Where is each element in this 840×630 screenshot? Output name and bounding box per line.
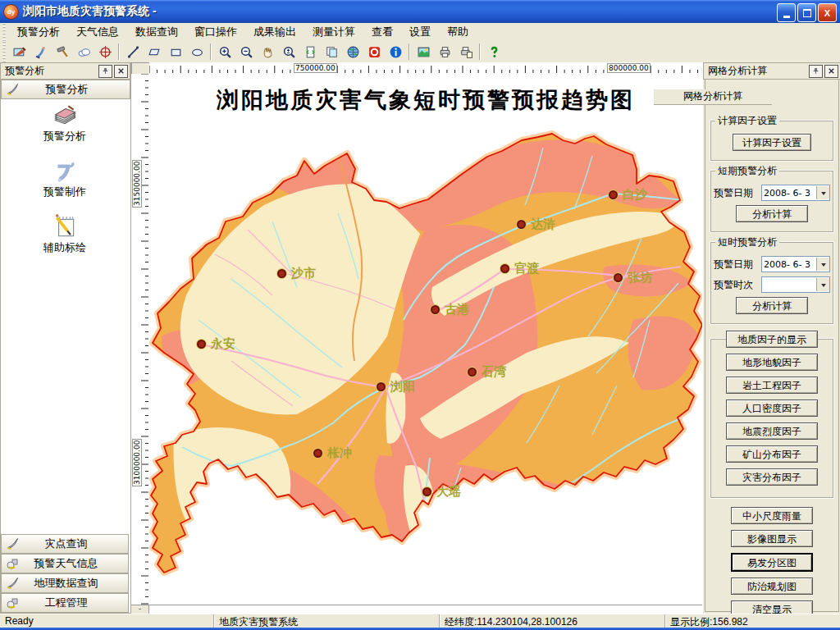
menu-item[interactable]: 查看 bbox=[363, 22, 401, 42]
menu-item[interactable]: 帮助 bbox=[439, 22, 477, 42]
city-name: 张坊 bbox=[628, 270, 652, 285]
display-button[interactable]: 中小尺度雨量 bbox=[731, 507, 813, 524]
city-name: 枨冲 bbox=[327, 445, 352, 461]
pan-icon[interactable] bbox=[257, 42, 278, 62]
city-marker-icon bbox=[377, 382, 386, 391]
short-time-analyze-button[interactable]: 分析计算 bbox=[736, 297, 808, 314]
warning-analysis-icon[interactable] bbox=[9, 42, 30, 62]
cloud-icon[interactable] bbox=[73, 42, 94, 62]
menu-item[interactable]: 设置 bbox=[401, 22, 439, 42]
menu-bar: 预警分析天气信息数据查询窗口操作成果输出测量计算查看设置帮助 bbox=[0, 23, 840, 42]
city-marker-icon bbox=[500, 264, 509, 273]
short-time-period-combobox[interactable] bbox=[761, 276, 830, 293]
city-name: 白沙 bbox=[623, 187, 647, 203]
zoom-extent-icon[interactable] bbox=[278, 42, 299, 62]
restore-button[interactable] bbox=[797, 3, 816, 22]
rectangle-tool-icon[interactable] bbox=[165, 42, 186, 62]
warning-make-icon[interactable] bbox=[30, 42, 52, 62]
ruler-y-label: 3150000.00 bbox=[132, 160, 142, 208]
pin-icon[interactable] bbox=[98, 65, 112, 78]
polygon-tool-icon[interactable] bbox=[144, 42, 165, 62]
line-tool-icon[interactable] bbox=[122, 42, 144, 62]
toolbar bbox=[0, 41, 840, 63]
left-panel-section-bar[interactable]: 灾点查询 bbox=[1, 534, 129, 554]
city-label-group: 大瑶 bbox=[422, 484, 461, 500]
left-panel-section-bar[interactable]: 地理数据查询 bbox=[1, 573, 129, 593]
globe-icon[interactable] bbox=[342, 42, 363, 62]
factor-button[interactable]: 岩土工程因子 bbox=[726, 377, 818, 394]
geology-factor-display-button[interactable]: 地质因子的显示 bbox=[726, 331, 818, 348]
city-name: 永安 bbox=[211, 336, 235, 352]
image-icon[interactable] bbox=[413, 42, 434, 62]
stop-icon[interactable] bbox=[363, 42, 385, 62]
toolbar-separator bbox=[118, 43, 120, 60]
map-canvas[interactable]: 浏阳地质灾害气象短时预警预报趋势图 白沙 达浒 官渡 bbox=[149, 74, 702, 605]
left-panel-item[interactable]: 辅助标绘 bbox=[1, 212, 129, 267]
menu-item[interactable]: 窗口操作 bbox=[186, 22, 245, 42]
left-panel-item[interactable]: 预警分析 bbox=[1, 101, 129, 155]
city-name: 石湾 bbox=[482, 364, 506, 380]
city-name: 古港 bbox=[445, 302, 469, 317]
close-icon[interactable] bbox=[114, 65, 128, 78]
menu-item[interactable]: 天气信息 bbox=[68, 22, 127, 42]
display-button[interactable]: 易发分区图 bbox=[731, 553, 813, 572]
ellipse-tool-icon[interactable] bbox=[186, 42, 208, 62]
copy-icon[interactable] bbox=[321, 42, 342, 62]
section-icon bbox=[6, 557, 19, 570]
display-button[interactable]: 影像图显示 bbox=[731, 530, 813, 547]
ruler-x-label: 750000.00 bbox=[294, 63, 337, 73]
section-header-warning-analysis[interactable]: 预警分析 bbox=[1, 80, 130, 99]
target-icon[interactable] bbox=[94, 42, 116, 62]
toolbar-grip[interactable] bbox=[2, 41, 6, 62]
right-panel-header: 网格分析计算 bbox=[703, 62, 840, 80]
factor-button[interactable]: 灾害分布因子 bbox=[726, 468, 818, 486]
minimize-button[interactable] bbox=[777, 3, 796, 22]
factor-button[interactable]: 地形地貌因子 bbox=[726, 354, 818, 371]
short-time-date-combobox[interactable]: 2008- 6- 3 bbox=[761, 256, 830, 272]
menu-item[interactable]: 成果输出 bbox=[245, 22, 304, 42]
city-name: 官渡 bbox=[514, 261, 539, 276]
factor-setting-group: 计算因子设置 计算因子设置 bbox=[710, 120, 834, 162]
hammer-icon[interactable] bbox=[52, 42, 73, 62]
chevron-down-icon[interactable] bbox=[816, 278, 829, 291]
factor-button[interactable]: 地震烈度因子 bbox=[726, 422, 818, 440]
short-term-date-combobox[interactable]: 2008- 6- 3 bbox=[761, 185, 830, 201]
short-term-analyze-button[interactable]: 分析计算 bbox=[736, 205, 808, 222]
factor-button[interactable]: 矿山分布因子 bbox=[726, 445, 818, 463]
city-label-group: 沙市 bbox=[277, 266, 316, 281]
city-label-group: 石湾 bbox=[468, 364, 506, 380]
close-button[interactable]: X bbox=[818, 3, 837, 22]
status-coordinates: 经纬度:114.230104,28.100126 bbox=[440, 614, 665, 628]
pin-icon[interactable] bbox=[809, 65, 823, 78]
left-panel-header: 预警分析 bbox=[0, 62, 130, 80]
zoom-out-icon[interactable] bbox=[235, 42, 257, 62]
menu-item[interactable]: 数据查询 bbox=[127, 22, 186, 42]
toolbar-grip[interactable] bbox=[2, 23, 6, 41]
chevron-down-icon[interactable] bbox=[816, 258, 829, 271]
city-label-group: 永安 bbox=[197, 336, 235, 352]
factor-button[interactable]: 人口密度因子 bbox=[726, 399, 818, 417]
app-icon: dy bbox=[3, 4, 19, 20]
info-icon[interactable] bbox=[385, 42, 406, 62]
print-preview-icon[interactable] bbox=[455, 42, 477, 62]
left-panel-section-bar[interactable]: 工程管理 bbox=[1, 593, 129, 613]
left-panel-item[interactable]: 预警制作 bbox=[1, 157, 129, 211]
chevron-down-icon[interactable] bbox=[816, 186, 829, 199]
map-document-area: 750000.00 800000.00 3150000.00 3100000.0… bbox=[131, 62, 702, 614]
time-label: 预警时次 bbox=[714, 278, 761, 292]
zoom-in-icon[interactable] bbox=[214, 42, 235, 62]
ruler-y-label: 3100000.00 bbox=[132, 439, 142, 486]
help-icon[interactable] bbox=[483, 42, 504, 62]
left-panel-section-bar[interactable]: 预警天气信息 bbox=[1, 554, 129, 573]
display-button[interactable]: 防治规划图 bbox=[731, 578, 813, 595]
close-icon[interactable] bbox=[824, 65, 838, 78]
city-marker-icon bbox=[609, 190, 618, 199]
refresh-icon[interactable] bbox=[299, 42, 321, 62]
menu-item[interactable]: 测量计算 bbox=[304, 22, 363, 42]
print-icon[interactable] bbox=[434, 42, 455, 62]
city-name: 沙市 bbox=[291, 266, 316, 281]
menu-item[interactable]: 预警分析 bbox=[9, 22, 68, 42]
date-label: 预警日期 bbox=[714, 258, 761, 272]
factor-setting-button[interactable]: 计算因子设置 bbox=[733, 134, 811, 151]
city-marker-icon bbox=[277, 269, 286, 278]
